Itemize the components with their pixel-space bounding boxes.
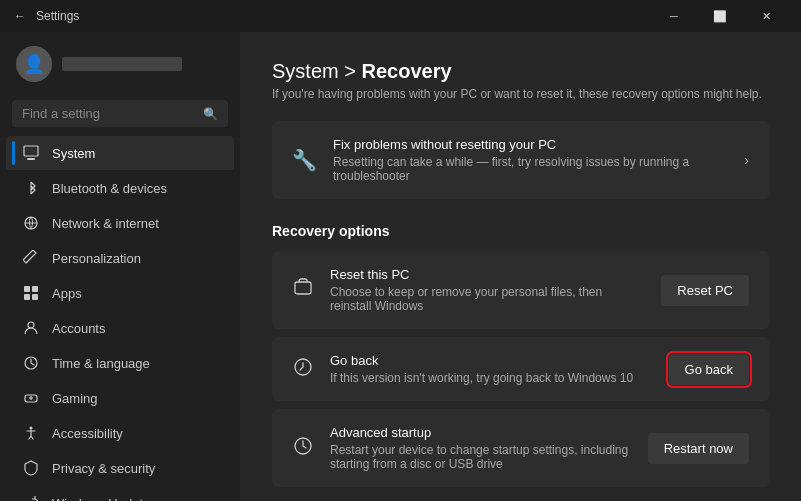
breadcrumb-parent: System xyxy=(272,60,339,82)
nav-label-accounts: Accounts xyxy=(52,321,105,336)
breadcrumb-current: Recovery xyxy=(361,60,451,82)
profile-section[interactable]: 👤 xyxy=(0,36,240,92)
nav-label-system: System xyxy=(52,146,95,161)
nav-label-gaming: Gaming xyxy=(52,391,98,406)
option-btn-goback[interactable]: Go back xyxy=(669,354,749,385)
option-title-reset: Reset this PC xyxy=(330,267,645,282)
option-text-reset: Reset this PC Choose to keep or remove y… xyxy=(330,267,645,313)
troubleshoot-subtitle: Resetting can take a while — first, try … xyxy=(333,155,728,183)
option-text-advanced: Advanced startup Restart your device to … xyxy=(330,425,632,471)
nav-label-privacy: Privacy & security xyxy=(52,461,155,476)
sidebar-item-privacy[interactable]: Privacy & security xyxy=(6,451,234,485)
option-text-goback: Go back If this version isn't working, t… xyxy=(330,353,653,385)
option-desc-advanced: Restart your device to change startup se… xyxy=(330,443,632,471)
sidebar-item-personalization[interactable]: Personalization xyxy=(6,241,234,275)
troubleshoot-card[interactable]: 🔧 Fix problems without resetting your PC… xyxy=(272,121,769,199)
nav-label-network: Network & internet xyxy=(52,216,159,231)
chevron-right-icon: › xyxy=(744,152,749,168)
nav-icon-system xyxy=(22,144,40,162)
sidebar-item-accounts[interactable]: Accounts xyxy=(6,311,234,345)
troubleshoot-icon: 🔧 xyxy=(292,148,317,172)
nav-label-personalization: Personalization xyxy=(52,251,141,266)
nav-label-apps: Apps xyxy=(52,286,82,301)
maximize-button[interactable]: ⬜ xyxy=(697,0,743,32)
svg-rect-1 xyxy=(27,158,35,160)
option-title-advanced: Advanced startup xyxy=(330,425,632,440)
back-button[interactable]: ← xyxy=(12,8,28,24)
nav-icon-apps xyxy=(22,284,40,302)
option-icon-advanced xyxy=(292,435,314,462)
nav-icon-time xyxy=(22,354,40,372)
page-description: If you're having problems with your PC o… xyxy=(272,87,769,101)
nav-icon-update xyxy=(22,494,40,501)
nav-label-bluetooth: Bluetooth & devices xyxy=(52,181,167,196)
nav-icon-gaming xyxy=(22,389,40,407)
svg-rect-0 xyxy=(24,146,38,156)
nav-icon-personalization xyxy=(22,249,40,267)
nav-label-time: Time & language xyxy=(52,356,150,371)
option-card-reset: Reset this PC Choose to keep or remove y… xyxy=(272,251,769,329)
svg-rect-3 xyxy=(24,286,30,292)
page-header: System > Recovery If you're having probl… xyxy=(272,60,769,101)
profile-name xyxy=(62,57,182,71)
nav-icon-network xyxy=(22,214,40,232)
sidebar-item-network[interactable]: Network & internet xyxy=(6,206,234,240)
option-icon-goback xyxy=(292,356,314,383)
svg-rect-11 xyxy=(295,282,311,294)
nav-icon-bluetooth xyxy=(22,179,40,197)
svg-rect-4 xyxy=(32,286,38,292)
main-layout: 👤 🔍 System Bluetooth & devices Network &… xyxy=(0,32,801,501)
content-area: System > Recovery If you're having probl… xyxy=(240,32,801,501)
nav-list: System Bluetooth & devices Network & int… xyxy=(0,135,240,501)
window-controls: ─ ⬜ ✕ xyxy=(651,0,789,32)
sidebar: 👤 🔍 System Bluetooth & devices Network &… xyxy=(0,32,240,501)
sidebar-item-time[interactable]: Time & language xyxy=(6,346,234,380)
minimize-button[interactable]: ─ xyxy=(651,0,697,32)
sidebar-item-system[interactable]: System xyxy=(6,136,234,170)
section-title: Recovery options xyxy=(272,223,769,239)
option-icon-reset xyxy=(292,277,314,304)
sidebar-item-accessibility[interactable]: Accessibility xyxy=(6,416,234,450)
sidebar-item-bluetooth[interactable]: Bluetooth & devices xyxy=(6,171,234,205)
search-input[interactable] xyxy=(22,106,195,121)
sidebar-item-update[interactable]: Windows Update xyxy=(6,486,234,501)
option-card-goback: Go back If this version isn't working, t… xyxy=(272,337,769,401)
avatar: 👤 xyxy=(16,46,52,82)
options-list: Reset this PC Choose to keep or remove y… xyxy=(272,251,769,487)
nav-icon-accounts xyxy=(22,319,40,337)
search-icon: 🔍 xyxy=(203,107,218,121)
svg-rect-6 xyxy=(32,294,38,300)
svg-rect-5 xyxy=(24,294,30,300)
option-btn-advanced[interactable]: Restart now xyxy=(648,433,749,464)
search-box[interactable]: 🔍 xyxy=(12,100,228,127)
svg-point-10 xyxy=(30,427,33,430)
close-button[interactable]: ✕ xyxy=(743,0,789,32)
option-desc-goback: If this version isn't working, try going… xyxy=(330,371,653,385)
troubleshoot-title: Fix problems without resetting your PC xyxy=(333,137,728,152)
option-btn-reset[interactable]: Reset PC xyxy=(661,275,749,306)
sidebar-item-gaming[interactable]: Gaming xyxy=(6,381,234,415)
breadcrumb: System > Recovery xyxy=(272,60,769,83)
breadcrumb-separator: > xyxy=(339,60,362,82)
app-title: Settings xyxy=(36,9,651,23)
option-desc-reset: Choose to keep or remove your personal f… xyxy=(330,285,645,313)
troubleshoot-text: Fix problems without resetting your PC R… xyxy=(333,137,728,183)
nav-icon-accessibility xyxy=(22,424,40,442)
nav-label-update: Windows Update xyxy=(52,496,150,502)
titlebar: ← Settings ─ ⬜ ✕ xyxy=(0,0,801,32)
nav-icon-privacy xyxy=(22,459,40,477)
nav-label-accessibility: Accessibility xyxy=(52,426,123,441)
sidebar-item-apps[interactable]: Apps xyxy=(6,276,234,310)
option-card-advanced: Advanced startup Restart your device to … xyxy=(272,409,769,487)
svg-point-7 xyxy=(28,322,34,328)
option-title-goback: Go back xyxy=(330,353,653,368)
